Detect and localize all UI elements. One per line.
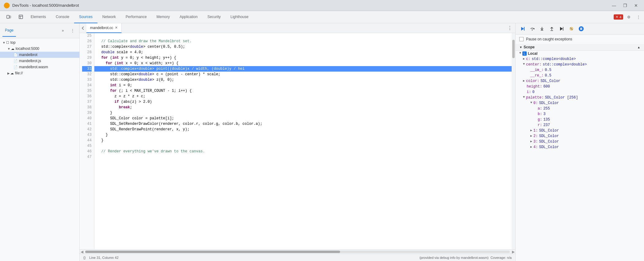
tab-memory[interactable]: Memory <box>152 11 175 23</box>
scope-center-key: center: <box>526 62 541 67</box>
tree-item-top[interactable]: ▼ ☐ top <box>0 39 79 46</box>
more-options-button[interactable]: ⋮ <box>634 13 643 21</box>
vertical-scrollbar[interactable] <box>512 33 515 249</box>
code-line-34: int i = 0; <box>94 83 512 88</box>
pause-exceptions-checkbox[interactable] <box>519 37 524 41</box>
line-numbers: 25 26 27 28 29 30 31 32 33 34 35 36 37 3… <box>80 33 94 249</box>
tab-lighthouse[interactable]: Lighthouse <box>225 11 253 23</box>
scope-local-header[interactable]: ▼ L Local <box>516 51 644 56</box>
file-wasm-icon: 📄 <box>13 65 18 69</box>
code-content[interactable]: // Calculate and draw the Mandelbrot set… <box>94 33 512 249</box>
sidebar-more-tabs[interactable]: » <box>59 26 67 35</box>
step-button[interactable] <box>557 24 566 33</box>
title-bar: DevTools - localhost:5000/mandelbrot — ❐… <box>0 0 644 11</box>
close-button[interactable]: ✕ <box>632 2 640 9</box>
deactivate-button[interactable] <box>567 24 576 33</box>
tab-elements[interactable]: Elements <box>26 11 51 23</box>
app-icon <box>4 2 10 9</box>
scope-palette-0-a: a: 255 <box>516 106 644 111</box>
scope-expand-all[interactable]: ▲ <box>637 46 640 49</box>
resume-button[interactable] <box>518 24 527 33</box>
tree-label-file: file:// <box>15 71 77 75</box>
tree-label-mandelbrot-wasm: mandelbrot.wasm <box>19 65 77 69</box>
settings-button[interactable]: ⚙ <box>624 13 633 21</box>
code-line-33: std::complex<double> z(0, 0); <box>94 77 512 83</box>
code-line-38: break; <box>94 105 512 110</box>
tree-item-mandelbrot-js[interactable]: 📄 mandelbrot.js <box>0 58 79 64</box>
tab-inspector[interactable] <box>16 11 26 23</box>
editor-format-btn[interactable]: ⋮ <box>506 24 514 32</box>
editor-tab-close[interactable]: ✕ <box>115 26 118 30</box>
editor-tabs: mandelbrot.cc ✕ ⋮ <box>80 23 515 33</box>
svg-rect-8 <box>524 27 525 31</box>
format-button[interactable]: {} <box>83 256 85 259</box>
tree-item-mandelbrot[interactable]: 📄 mandelbrot <box>0 52 79 58</box>
code-area: 25 26 27 28 29 30 31 32 33 34 35 36 37 3… <box>80 33 515 249</box>
step-out-button[interactable] <box>547 24 556 33</box>
status-coverage: Coverage: n/a <box>491 256 512 259</box>
scope-palette-1[interactable]: ▶ 1: SDL_Color <box>516 128 644 133</box>
sidebar-tab-page[interactable]: Page <box>2 24 16 37</box>
palette-2-arrow: ▶ <box>530 134 532 138</box>
code-line-37: if (abs(z) > 2.0) <box>94 99 512 105</box>
tab-application[interactable]: Application <box>175 11 203 23</box>
error-badge[interactable]: ✕ 4 <box>614 14 623 20</box>
scope-palette-3-key: 3: <box>533 140 538 144</box>
svg-point-1 <box>5 4 9 7</box>
code-line-31: std::complex<double> point((double)x / w… <box>94 66 512 72</box>
tree-item-file[interactable]: ▶ ☁ file:// <box>0 70 79 76</box>
scope-section-header[interactable]: ▼ Scope ▲ <box>516 44 644 51</box>
svg-rect-3 <box>9 16 11 18</box>
palette-arrow: ▼ <box>523 95 525 99</box>
pause-button[interactable] <box>577 24 585 33</box>
svg-marker-9 <box>534 28 535 30</box>
tab-sources[interactable]: Sources <box>74 11 97 23</box>
tab-security[interactable]: Security <box>203 11 225 23</box>
tree-label-localhost: localhost:5000 <box>16 47 77 51</box>
cloud-file-icon: ☁ <box>10 71 14 75</box>
minimize-button[interactable]: — <box>610 2 618 9</box>
tab-console[interactable]: Console <box>51 11 74 23</box>
tree-item-mandelbrot-wasm[interactable]: 📄 mandelbrot.wasm <box>0 64 79 70</box>
scope-palette-2-key: 2: <box>533 134 538 138</box>
main-layout: Page » ⋮ ▼ ☐ top ▼ ☁ localhost:5000 📄 ma… <box>0 23 644 261</box>
scope-palette[interactable]: ▼ palette: SDL_Color [256] <box>516 95 644 100</box>
step-into-button[interactable] <box>538 24 546 33</box>
c-arrow: ▶ <box>523 57 525 61</box>
code-line-41: SDL_SetRenderDrawColor(renderer, color.r… <box>94 121 512 127</box>
window-controls: — ❐ ✕ <box>610 2 640 9</box>
horizontal-scrollbar[interactable]: ◀ ▶ <box>80 249 515 254</box>
scroll-right-btn[interactable]: ▶ <box>511 250 515 254</box>
svg-rect-21 <box>581 28 582 30</box>
scope-g-key: g: <box>538 117 542 122</box>
sidebar-menu-button[interactable]: ⋮ <box>68 26 77 35</box>
tab-device-toolbar[interactable] <box>1 11 16 23</box>
scope-color[interactable]: ▶ color: SDL_Color <box>516 78 644 84</box>
scope-palette-4[interactable]: ▶ 4: SDL_Color <box>516 144 644 150</box>
tree-item-localhost[interactable]: ▼ ☁ localhost:5000 <box>0 46 79 52</box>
code-line-28: double scale = 4.0; <box>94 50 512 55</box>
scope-palette-2[interactable]: ▶ 2: SDL_Color <box>516 133 644 139</box>
editor-nav-back[interactable] <box>81 26 85 30</box>
scope-palette-0[interactable]: ▼ 0: SDL_Color <box>516 100 644 106</box>
maximize-button[interactable]: ❐ <box>621 2 629 9</box>
scope-a-val: 255 <box>543 106 550 111</box>
tab-network[interactable]: Network <box>97 11 121 23</box>
scope-palette-3[interactable]: ▶ 3: SDL_Color <box>516 139 644 144</box>
code-line-27: std::complex<double> center(0.5, 0.5); <box>94 44 512 50</box>
tree-arrow-file: ▶ <box>7 72 10 75</box>
tab-performance[interactable]: Performance <box>121 11 152 23</box>
palette-3-arrow: ▶ <box>530 140 532 143</box>
scope-palette-2-val: SDL_Color <box>539 134 559 138</box>
center-arrow: ▼ <box>523 62 525 66</box>
scope-c[interactable]: ▶ c: std::complex<double> <box>516 56 644 62</box>
code-line-39: } <box>94 110 512 116</box>
editor-tab-mandelbrot[interactable]: mandelbrot.cc ✕ <box>86 23 122 33</box>
scroll-left-btn[interactable]: ◀ <box>80 250 84 254</box>
scope-c-key: c: <box>526 57 530 61</box>
step-over-button[interactable] <box>528 24 536 33</box>
scope-g-val: 135 <box>543 117 550 122</box>
code-line-47 <box>94 154 512 160</box>
scope-center[interactable]: ▼ center: std::complex<double> <box>516 62 644 67</box>
code-line-30: for (int x = 0; x < width; x++) { <box>94 61 512 66</box>
